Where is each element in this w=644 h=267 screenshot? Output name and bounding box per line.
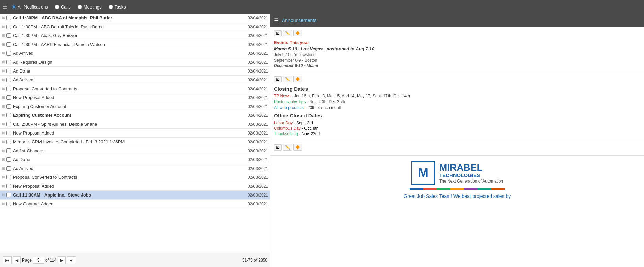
- radio-calls[interactable]: [55, 5, 59, 9]
- row-checkbox[interactable]: [6, 51, 11, 56]
- notification-text: New Proposal Added: [13, 184, 243, 189]
- drag-handle-icon[interactable]: ⊞: [2, 140, 5, 144]
- view-tool-btn-2[interactable]: 🖼: [274, 76, 282, 82]
- drag-handle-icon[interactable]: ⊞: [2, 113, 5, 117]
- filter-meetings[interactable]: Meetings: [78, 4, 102, 10]
- mirabel-rainbow: [410, 188, 505, 190]
- filter-calls[interactable]: Calls: [55, 4, 71, 10]
- notification-date: 02/03/2021: [243, 175, 268, 180]
- row-checkbox[interactable]: [6, 42, 11, 47]
- notification-date: 02/04/2021: [243, 78, 268, 82]
- drag-handle-icon[interactable]: ⊞: [2, 184, 5, 188]
- row-checkbox[interactable]: [6, 140, 11, 144]
- notification-date: 02/04/2021: [243, 51, 268, 56]
- notification-text: Call 2:30PM - Spirit Airlines, Debbie Sh…: [13, 122, 243, 127]
- prev-page-button[interactable]: ◀: [13, 256, 21, 264]
- notification-date: 02/04/2021: [243, 33, 268, 38]
- top-bar: ☰ All Notifications Calls Meetings Tasks: [0, 0, 644, 14]
- delete-tool-btn-3[interactable]: 🔶: [293, 144, 302, 151]
- menu-icon[interactable]: ☰: [3, 4, 7, 10]
- delete-tool-btn[interactable]: 🔶: [293, 30, 302, 36]
- notification-text: Mirabel's CRM Invoices Completed - Feb 3…: [13, 139, 243, 144]
- drag-handle-icon[interactable]: ⊞: [2, 42, 5, 47]
- drag-handle-icon[interactable]: ⊞: [2, 51, 5, 56]
- row-checkbox[interactable]: [6, 60, 11, 64]
- drag-handle-icon[interactable]: ⊞: [2, 60, 5, 64]
- notification-date: 02/04/2021: [243, 113, 268, 118]
- table-row: ⊞Ad Requires Design02/04/2021: [0, 58, 270, 67]
- radio-tasks[interactable]: [109, 5, 113, 9]
- drag-handle-icon[interactable]: ⊞: [2, 175, 5, 179]
- row-checkbox[interactable]: [6, 33, 11, 38]
- announcements-title: Announcements: [282, 18, 316, 23]
- last-page-button[interactable]: ⏭: [67, 256, 76, 264]
- row-checkbox[interactable]: [6, 95, 11, 100]
- table-row: ⊞Call 1:30PM - ABC Detroit Toledo, Russ …: [0, 22, 270, 31]
- table-row: ⊞Call 2:30PM - Spirit Airlines, Debbie S…: [0, 120, 270, 129]
- mirabel-m-letter: M: [418, 166, 428, 180]
- rainbow-segment: [437, 188, 450, 190]
- events-toolbar: 🖼 ✏️ 🔶: [274, 30, 641, 36]
- table-row: ⊞Call 1:30PM - ABC DAA of Memphis, Phil …: [0, 14, 270, 22]
- edit-tool-btn-2[interactable]: ✏️: [283, 76, 292, 82]
- row-checkbox[interactable]: [6, 184, 11, 188]
- view-tool-btn-3[interactable]: 🖼: [274, 144, 282, 151]
- row-checkbox[interactable]: [6, 87, 11, 91]
- row-checkbox[interactable]: [6, 175, 11, 179]
- drag-handle-icon[interactable]: ⊞: [2, 16, 5, 20]
- drag-handle-icon[interactable]: ⊞: [2, 25, 5, 29]
- radio-meetings[interactable]: [78, 5, 82, 9]
- page-range-info: 51-75 of 2850: [242, 258, 267, 263]
- drag-handle-icon[interactable]: ⊞: [2, 69, 5, 73]
- filter-all-notifications[interactable]: All Notifications: [12, 4, 48, 10]
- sub-event-0: July 5-10 - Yellowstone: [274, 52, 641, 57]
- notification-text: Ad Arrived: [13, 51, 243, 56]
- of-label: of 114: [45, 258, 56, 263]
- row-checkbox[interactable]: [6, 148, 11, 153]
- row-checkbox[interactable]: [6, 104, 11, 109]
- drag-handle-icon[interactable]: ⊞: [2, 122, 5, 126]
- edit-tool-btn-3[interactable]: ✏️: [283, 144, 292, 151]
- labor-date: - Sept. 3rd: [293, 121, 313, 125]
- rainbow-segment: [464, 188, 478, 190]
- table-row: ⊞Proposal Converted to Contracts02/03/20…: [0, 173, 270, 182]
- drag-handle-icon[interactable]: ⊞: [2, 104, 5, 109]
- drag-handle-icon[interactable]: ⊞: [2, 33, 5, 38]
- page-input[interactable]: [33, 257, 44, 264]
- drag-handle-icon[interactable]: ⊞: [2, 202, 5, 206]
- drag-handle-icon[interactable]: ⊞: [2, 78, 5, 82]
- first-page-button[interactable]: ⏮: [3, 256, 12, 264]
- notification-text: Call 1:30PM - ABC DAA of Memphis, Phil B…: [13, 15, 243, 20]
- row-checkbox[interactable]: [6, 113, 11, 117]
- drag-handle-icon[interactable]: ⊞: [2, 157, 5, 162]
- filter-tasks[interactable]: Tasks: [109, 4, 126, 10]
- next-page-button[interactable]: ▶: [58, 256, 66, 264]
- row-checkbox[interactable]: [6, 166, 11, 171]
- row-checkbox[interactable]: [6, 25, 11, 29]
- row-checkbox[interactable]: [6, 78, 11, 82]
- drag-handle-icon[interactable]: ⊞: [2, 131, 5, 135]
- row-checkbox[interactable]: [6, 131, 11, 135]
- closing-section: 🖼 ✏️ 🔶 Closing Dates TP News - Jan 16th,…: [270, 73, 644, 141]
- table-row: ⊞Call 1:30PM - Abak, Guy Boisvert02/04/2…: [0, 31, 270, 40]
- delete-tool-btn-2[interactable]: 🔶: [293, 76, 302, 82]
- edit-tool-btn[interactable]: ✏️: [283, 30, 292, 36]
- drag-handle-icon[interactable]: ⊞: [2, 95, 5, 100]
- drag-handle-icon[interactable]: ⊞: [2, 193, 5, 197]
- row-checkbox[interactable]: [6, 122, 11, 126]
- row-checkbox[interactable]: [6, 16, 11, 20]
- row-checkbox[interactable]: [6, 69, 11, 73]
- notification-date: 02/03/2021: [243, 140, 268, 144]
- drag-handle-icon[interactable]: ⊞: [2, 87, 5, 91]
- events-content: Events This year March 5-10 - Las Vegas …: [274, 38, 641, 70]
- row-checkbox[interactable]: [6, 193, 11, 197]
- table-row: ⊞Proposal Converted to Contracts02/04/20…: [0, 84, 270, 93]
- drag-handle-icon[interactable]: ⊞: [2, 148, 5, 153]
- row-checkbox[interactable]: [6, 157, 11, 162]
- row-checkbox[interactable]: [6, 202, 11, 206]
- right-menu-icon[interactable]: ☰: [274, 17, 279, 24]
- radio-all[interactable]: [12, 5, 16, 9]
- view-tool-btn[interactable]: 🖼: [274, 30, 282, 36]
- drag-handle-icon[interactable]: ⊞: [2, 166, 5, 171]
- mirabel-content: M MIRABEL TECHNOLOGIES The Next Generati…: [270, 156, 644, 204]
